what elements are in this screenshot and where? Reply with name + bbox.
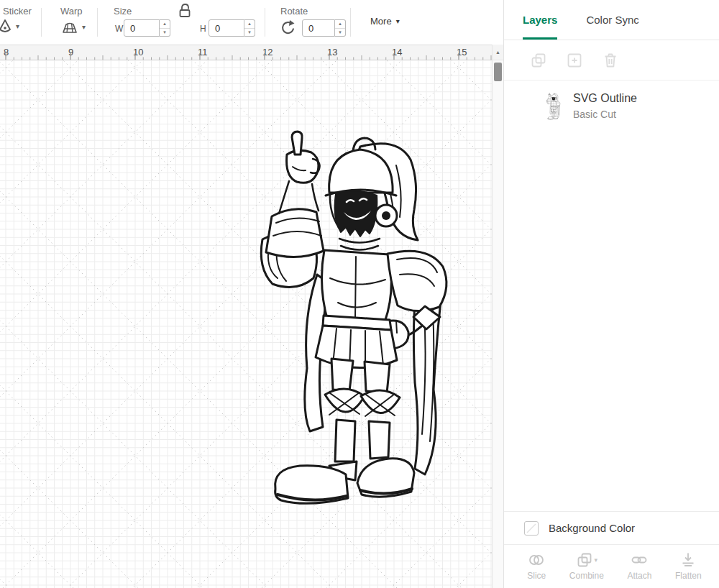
- sticker-tool-button[interactable]: ▾: [0, 19, 19, 35]
- attach-label: Attach: [627, 571, 651, 581]
- scrollbar-up-button[interactable]: ▲: [493, 45, 503, 60]
- rotate-group-label: Rotate: [280, 6, 308, 17]
- combine-label: Combine: [569, 571, 604, 581]
- caret-down-icon: ▾: [16, 23, 19, 30]
- duplicate-icon: [566, 52, 583, 69]
- caret-down-icon: ▾: [82, 24, 86, 31]
- tab-color-sync[interactable]: Color Sync: [586, 0, 638, 40]
- canvas-vertical-scrollbar[interactable]: ▲: [492, 45, 503, 588]
- caret-down-icon: ▾: [595, 556, 598, 564]
- width-stepper[interactable]: ▴ ▾: [160, 19, 170, 37]
- toolbar-separator: [265, 8, 265, 37]
- trash-icon: [602, 52, 619, 69]
- layer-title: SVG Outline: [573, 92, 637, 105]
- more-button[interactable]: More ▾: [370, 16, 400, 27]
- combine-button[interactable]: ▾ Combine: [569, 551, 604, 581]
- group-icon: [530, 52, 547, 69]
- background-color-swatch[interactable]: [524, 521, 539, 536]
- more-label: More: [370, 16, 392, 27]
- tab-layers[interactable]: Layers: [523, 0, 557, 40]
- attach-icon: [631, 551, 648, 569]
- background-color-row[interactable]: Background Color: [504, 511, 719, 544]
- layer-thumbnail: [546, 93, 562, 120]
- rotate-icon: [279, 19, 296, 37]
- tab-color-sync-label: Color Sync: [586, 14, 638, 26]
- horizontal-ruler: 89101112131415: [0, 45, 492, 60]
- panel-spacer: [504, 132, 719, 511]
- panel-footer: Slice ▾ Combine Attach: [504, 544, 719, 588]
- height-label: H: [200, 24, 206, 34]
- warp-tool-button[interactable]: ▾: [60, 20, 86, 35]
- rotate-button[interactable]: [279, 19, 296, 39]
- aspect-lock-button[interactable]: [178, 3, 191, 21]
- size-group-label: Size: [114, 6, 132, 17]
- combine-icon: [576, 551, 593, 569]
- group-button[interactable]: [530, 52, 547, 69]
- slice-icon: [528, 551, 545, 569]
- edit-toolbar: Sticker ▾ Warp ▾ Size W: [0, 0, 503, 45]
- stepper-up-icon[interactable]: ▴: [160, 20, 170, 29]
- stepper-up-icon[interactable]: ▴: [244, 20, 255, 29]
- sticker-group-label: Sticker: [3, 6, 32, 17]
- layer-actions-row: [504, 40, 719, 81]
- stepper-up-icon[interactable]: ▴: [335, 20, 345, 29]
- rotate-stepper[interactable]: ▴ ▾: [335, 19, 346, 37]
- attach-button[interactable]: Attach: [627, 551, 651, 581]
- warp-group-label: Warp: [60, 6, 83, 17]
- delete-button[interactable]: [602, 52, 619, 69]
- slice-button[interactable]: Slice: [527, 551, 546, 581]
- toolbar-separator: [350, 8, 351, 37]
- stepper-down-icon[interactable]: ▾: [160, 29, 170, 37]
- slice-label: Slice: [527, 571, 546, 581]
- width-input[interactable]: [124, 19, 160, 37]
- stepper-down-icon[interactable]: ▾: [335, 29, 345, 37]
- flatten-button[interactable]: Flatten: [675, 551, 702, 581]
- flatten-label: Flatten: [675, 571, 702, 581]
- canvas-column: Sticker ▾ Warp ▾ Size W: [0, 0, 503, 588]
- height-stepper[interactable]: ▴ ▾: [244, 19, 255, 37]
- rotate-input[interactable]: [302, 19, 335, 37]
- warp-icon: [60, 20, 79, 35]
- background-color-label: Background Color: [549, 522, 635, 534]
- stepper-down-icon[interactable]: ▾: [244, 29, 255, 37]
- scrollbar-thumb[interactable]: [494, 63, 502, 81]
- flatten-icon: [679, 551, 697, 569]
- unlock-icon: [178, 3, 191, 19]
- swatch-diagonal-icon: [525, 522, 538, 535]
- toolbar-separator: [97, 8, 98, 37]
- scroll-up-icon: ▲: [495, 50, 500, 55]
- caret-down-icon: ▾: [396, 18, 400, 25]
- layer-text: SVG Outline Basic Cut: [573, 92, 637, 120]
- duplicate-button[interactable]: [566, 52, 583, 69]
- canvas-surface[interactable]: [0, 60, 492, 588]
- layer-subtitle: Basic Cut: [573, 109, 637, 120]
- panel-tabs: Layers Color Sync: [504, 0, 719, 40]
- layers-panel: Layers Color Sync: [503, 0, 719, 588]
- height-input[interactable]: [209, 19, 244, 37]
- sticker-pen-icon: [0, 19, 13, 35]
- tab-layers-label: Layers: [523, 14, 557, 26]
- app-root: Sticker ▾ Warp ▾ Size W: [0, 0, 719, 588]
- width-label: W: [115, 24, 123, 34]
- canvas-artwork-knight[interactable]: [255, 129, 457, 510]
- toolbar-separator: [41, 8, 42, 37]
- layer-item[interactable]: SVG Outline Basic Cut: [504, 81, 719, 132]
